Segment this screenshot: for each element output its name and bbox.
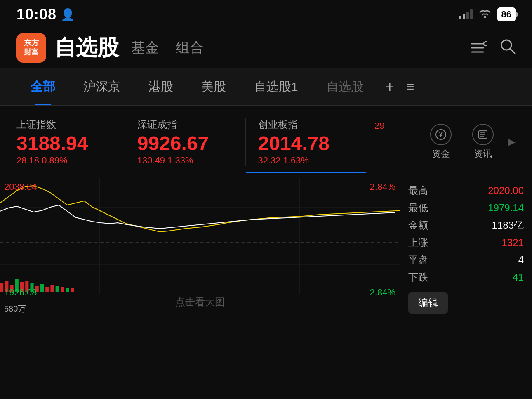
index-shanghai-change: 28.18 0.89% xyxy=(16,155,125,166)
stat-low-label: 最低 xyxy=(408,201,428,215)
svg-rect-30 xyxy=(50,285,54,292)
svg-rect-34 xyxy=(71,288,74,292)
person-icon: 👤 xyxy=(61,8,75,21)
settings-list-icon[interactable] xyxy=(471,41,487,55)
stat-rising: 上涨 1321 xyxy=(408,236,524,249)
index-other-change: 29 xyxy=(374,120,418,131)
news-button[interactable]: 资讯 xyxy=(464,120,502,163)
stat-high-value: 2020.00 xyxy=(488,185,524,196)
signal-bar-2 xyxy=(463,14,465,19)
svg-rect-29 xyxy=(45,287,49,292)
fund-flow-icon: ¥ xyxy=(430,124,452,145)
status-left: 10:08 👤 xyxy=(16,6,75,23)
nav-fund[interactable]: 基金 xyxy=(131,38,159,57)
svg-rect-31 xyxy=(56,286,59,292)
fund-flow-button[interactable]: ¥ 资金 xyxy=(422,120,460,163)
svg-rect-20 xyxy=(0,283,3,292)
signal-bar-4 xyxy=(470,9,473,19)
svg-rect-28 xyxy=(40,284,44,292)
nav-portfolio[interactable]: 组合 xyxy=(176,38,204,57)
wifi-icon xyxy=(478,8,492,21)
svg-text:¥: ¥ xyxy=(439,131,443,138)
chart-bottom-left-label: 1926.08 xyxy=(4,287,37,298)
status-bar: 10:08 👤 86 xyxy=(0,0,532,27)
chart-container: 2038.84 2.84% 1926.08 -2.84% 点击看大图 580万 … xyxy=(0,178,532,314)
stat-low: 最低 1979.14 xyxy=(408,201,524,215)
news-icon xyxy=(472,124,494,145)
index-shenzhen-name: 深证成指 xyxy=(137,118,245,131)
svg-point-4 xyxy=(484,42,487,46)
signal-bar-3 xyxy=(466,12,469,19)
stat-amount: 金额 1183亿 xyxy=(408,219,524,232)
header-actions xyxy=(471,38,516,57)
tab-add-button[interactable]: + xyxy=(377,70,403,104)
index-chinext-value: 2014.78 xyxy=(258,134,366,153)
stat-flat-label: 平盘 xyxy=(408,253,428,267)
index-shanghai-name: 上证指数 xyxy=(16,118,125,131)
stat-amount-label: 金额 xyxy=(408,219,428,232)
app-logo: 东方 财富 xyxy=(16,33,46,63)
stat-falling-label: 下跌 xyxy=(408,271,428,284)
index-shenzhen-change: 130.49 1.33% xyxy=(137,155,245,166)
index-shanghai-value: 3188.94 xyxy=(16,134,125,153)
index-chinext-change: 32.32 1.63% xyxy=(258,155,366,166)
tab-us[interactable]: 美股 xyxy=(187,68,240,105)
tab-menu-button[interactable]: ≡ xyxy=(403,71,419,103)
stat-falling: 下跌 41 xyxy=(408,271,524,284)
stat-low-value: 1979.14 xyxy=(488,202,524,214)
svg-point-0 xyxy=(484,16,486,18)
stat-high: 最高 2020.00 xyxy=(408,184,524,197)
index-chinext[interactable]: 创业板指 2014.78 32.32 1.63% xyxy=(246,114,366,170)
stat-flat-value: 4 xyxy=(518,254,524,266)
expand-right-icon[interactable]: ▶ xyxy=(506,137,516,147)
index-shenzhen-value: 9926.67 xyxy=(137,134,245,153)
chart-bottom-right-label: -2.84% xyxy=(367,287,395,298)
news-label: 资讯 xyxy=(474,148,492,160)
svg-rect-33 xyxy=(66,288,69,292)
tab-watchlist-1[interactable]: 自选股1 xyxy=(240,68,312,105)
chart-enlarge-hint: 点击看大图 xyxy=(175,295,225,309)
tab-all[interactable]: 全部 xyxy=(16,68,69,105)
tab-shanghai-shenzhen[interactable]: 沪深京 xyxy=(69,68,134,105)
status-time: 10:08 xyxy=(16,6,56,23)
app-header: 东方 财富 自选股 基金 组合 xyxy=(0,27,532,68)
chart-top-right-label: 2.84% xyxy=(370,182,395,192)
stat-high-label: 最高 xyxy=(408,184,428,197)
chart-volume-label: 580万 xyxy=(4,303,26,314)
signal-bar-1 xyxy=(459,16,461,19)
chart-stats: 最高 2020.00 最低 1979.14 金额 1183亿 上涨 1321 平… xyxy=(400,178,532,314)
stat-falling-value: 41 xyxy=(513,272,524,283)
page-title: 自选股 xyxy=(54,33,119,62)
battery-indicator: 86 xyxy=(497,7,516,21)
stat-flat: 平盘 4 xyxy=(408,253,524,267)
svg-line-6 xyxy=(510,49,515,53)
stat-amount-value: 1183亿 xyxy=(492,219,524,232)
index-shenzhen[interactable]: 深证成指 9926.67 130.49 1.33% xyxy=(125,114,245,170)
chart-main[interactable]: 2038.84 2.84% 1926.08 -2.84% 点击看大图 580万 xyxy=(0,178,400,314)
status-right: 86 xyxy=(459,7,516,21)
index-chinext-name: 创业板指 xyxy=(258,118,366,131)
index-other[interactable]: 29 xyxy=(366,114,418,170)
chart-top-left-label: 2038.84 xyxy=(4,182,37,192)
tab-watchlist-2[interactable]: 自选股 xyxy=(312,68,377,105)
stat-rising-value: 1321 xyxy=(502,237,524,248)
svg-rect-32 xyxy=(61,287,64,292)
tab-hk[interactable]: 港股 xyxy=(134,68,187,105)
fund-flow-label: 资金 xyxy=(432,148,450,160)
edit-button[interactable]: 编辑 xyxy=(408,292,448,314)
stat-rising-label: 上涨 xyxy=(408,236,428,249)
index-row: 上证指数 3188.94 28.18 0.89% 深证成指 9926.67 13… xyxy=(0,106,532,170)
index-shanghai[interactable]: 上证指数 3188.94 28.18 0.89% xyxy=(16,114,125,170)
signal-icon xyxy=(459,9,473,19)
tab-bar: 全部 沪深京 港股 美股 自选股1 自选股 + ≡ xyxy=(0,68,532,106)
action-buttons: ¥ 资金 资讯 ▶ xyxy=(422,114,516,170)
search-icon[interactable] xyxy=(500,38,516,57)
